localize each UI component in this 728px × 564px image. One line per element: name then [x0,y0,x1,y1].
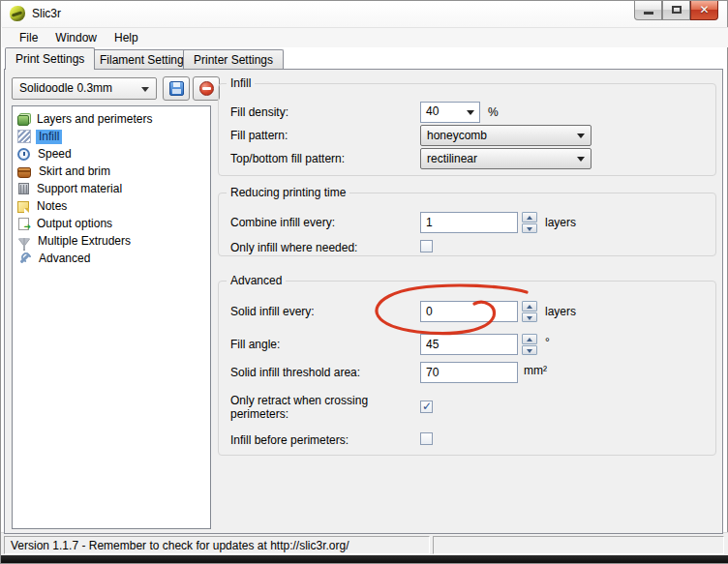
infill-before-perimeters-checkbox[interactable] [420,432,433,445]
maximize-button[interactable] [662,1,690,20]
sidebar-item-label: Notes [34,199,70,214]
window-title: Slic3r [32,7,61,20]
sidebar-item-label: Advanced [36,252,93,266]
group-reducing-printing-time: Reducing printing time Combine infill ev… [218,193,716,256]
infill-before-perimeters-label: Infill before perimeters: [230,433,349,447]
delete-preset-icon [199,81,214,96]
status-field-2 [433,536,724,554]
spin-up-icon[interactable] [522,212,537,223]
bottom-edge [1,555,728,563]
spin-down-icon[interactable] [522,345,537,356]
notes-icon [17,201,29,213]
combine-infill-stepper [522,212,537,233]
tab-row: Print Settings Filament Settings Printer… [4,47,726,70]
sidebar-item-output-options[interactable]: Output options [13,215,210,232]
sidebar-item-label: Multiple Extruders [35,234,134,249]
fill-density-label: Fill density: [230,105,288,119]
fill-density-combo[interactable]: 40 [420,102,480,123]
only-infill-where-needed-checkbox[interactable] [420,240,433,252]
sidebar-item-label: Speed [35,147,75,162]
tab-print-settings[interactable]: Print Settings [5,47,95,70]
close-icon: ✕ [691,3,717,16]
chevron-down-icon [141,87,149,92]
sidebar-item-label: Skirt and brim [36,164,113,179]
menu-file[interactable]: File [11,29,46,46]
combine-infill-input[interactable] [420,212,518,233]
solid-infill-every-input[interactable] [420,301,518,322]
fill-angle-label: Fill angle: [230,338,280,351]
skirt-icon [17,167,31,178]
fill-pattern-dropdown[interactable]: honeycomb [420,125,592,146]
slic3r-logo-icon [10,6,25,21]
spin-down-icon[interactable] [522,223,537,234]
chevron-down-icon [467,110,474,115]
only-retract-label: Only retract when crossing perimeters: [230,394,419,421]
fill-pattern-value: honeycomb [427,129,487,142]
only-infill-where-needed-label: Only infill where needed: [230,241,357,254]
chevron-down-icon [577,157,585,162]
sidebar-item-multiple-extruders[interactable]: Multiple Extruders [13,232,210,250]
maximize-icon [672,6,682,14]
only-retract-checkbox[interactable] [420,401,433,413]
output-icon [18,218,29,230]
solid-infill-every-label: Solid infill every: [230,305,315,318]
sidebar-item-support-material[interactable]: Support material [13,180,210,197]
sidebar-item-label: Layers and perimeters [34,112,155,127]
group-advanced: Advanced Solid infill every: layers Fill… [218,281,716,456]
support-icon [18,183,29,194]
save-preset-button[interactable] [163,76,190,101]
top-bottom-fill-pattern-dropdown[interactable]: rectilinear [420,148,592,169]
window-controls: ✕ [634,1,718,21]
group-infill-title: Infill [227,76,255,90]
group-advanced-title: Advanced [227,274,286,287]
spin-up-icon[interactable] [522,301,537,312]
minimize-icon [644,12,653,15]
layers-icon [17,115,29,126]
spin-up-icon[interactable] [522,334,537,344]
chevron-down-icon [577,134,585,138]
solid-infill-every-unit: layers [545,305,576,318]
advanced-icon [17,252,31,265]
combine-infill-unit: layers [545,216,576,229]
menu-help[interactable]: Help [106,29,147,46]
infill-icon [17,130,31,143]
close-button[interactable]: ✕ [690,1,718,20]
top-bottom-fill-pattern-value: rectilinear [427,152,477,165]
fill-angle-stepper [522,334,537,355]
sidebar-item-label: Support material [34,182,125,196]
sidebar-item-notes[interactable]: Notes [13,197,210,215]
fill-angle-unit: ° [545,336,550,349]
delete-preset-button[interactable] [193,76,220,101]
fill-pattern-label: Fill pattern: [230,129,288,142]
minimize-button[interactable] [634,1,662,20]
solid-infill-threshold-unit: mm² [524,364,547,377]
sidebar-item-infill[interactable]: Infill [13,128,210,145]
speed-icon [17,148,30,161]
app-window: Slic3r ✕ File Window Help Print Settings… [0,0,728,564]
status-bar: Version 1.1.7 - Remember to check for up… [1,532,728,555]
combine-infill-label: Combine infill every: [230,216,335,229]
preset-dropdown[interactable]: Solidoodle 0.3mm [12,77,157,100]
spin-down-icon[interactable] [522,312,537,323]
menu-bar: File Window Help [2,27,728,47]
solid-infill-threshold-label: Solid infill threshold area: [230,366,360,379]
solid-infill-every-stepper [522,301,537,322]
title-bar[interactable]: Slic3r ✕ [1,1,727,27]
menu-window[interactable]: Window [46,29,106,46]
sidebar-item-skirt-and-brim[interactable]: Skirt and brim [13,163,210,180]
sidebar-item-layers-and-perimeters[interactable]: Layers and perimeters [13,110,210,128]
fill-density-value: 40 [426,104,439,118]
fill-density-unit: % [488,105,499,119]
solid-infill-threshold-input[interactable] [420,362,518,383]
top-bottom-fill-pattern-label: Top/bottom fill pattern: [230,152,345,165]
fill-angle-input[interactable] [420,334,518,355]
tab-printer-settings[interactable]: Printer Settings [183,49,284,70]
sidebar-item-label: Infill [36,130,62,144]
print-settings-page: Solidoodle 0.3mm Layers and perimeters I… [4,69,723,534]
sidebar-item-label: Output options [34,217,115,231]
save-icon [169,81,184,96]
group-reducing-title: Reducing printing time [227,186,349,199]
sidebar-item-advanced[interactable]: Advanced [13,250,210,267]
sidebar-item-speed[interactable]: Speed [13,145,210,163]
extruders-icon [18,238,30,246]
